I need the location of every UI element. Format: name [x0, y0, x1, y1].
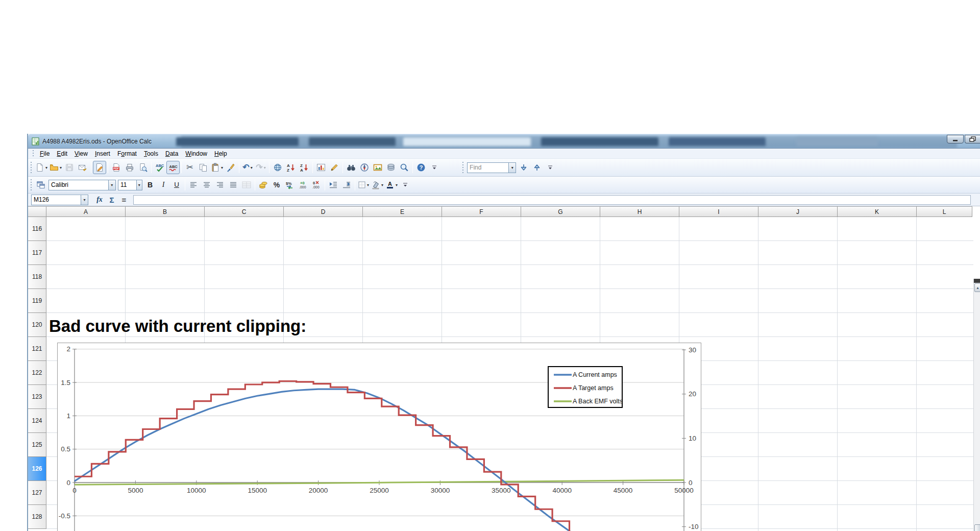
show-draw-functions-button[interactable] — [328, 161, 341, 174]
scrollbar-thumb[interactable] — [974, 524, 980, 531]
column-header-K[interactable]: K — [838, 206, 917, 217]
number-format-percent-button[interactable]: % — [270, 178, 283, 191]
dropdown-arrow-icon[interactable]: ▾ — [264, 165, 266, 170]
row-header-122[interactable]: 122 — [28, 361, 46, 385]
row-header-127[interactable]: 127 — [28, 481, 46, 505]
vertical-scrollbar[interactable]: ▲ — [973, 279, 980, 531]
dropdown-arrow-icon[interactable]: ▾ — [396, 183, 398, 187]
dropdown-arrow-icon[interactable]: ▾ — [367, 183, 369, 187]
toolbar-overflow-button[interactable] — [428, 161, 441, 174]
menu-tools[interactable]: Tools — [140, 149, 162, 158]
restore-button[interactable] — [965, 135, 980, 143]
find-input[interactable]: ▾ — [467, 162, 516, 173]
borders-button[interactable]: ▾ — [357, 178, 370, 191]
menu-edit[interactable]: Edit — [53, 149, 71, 158]
underline-button[interactable]: U — [170, 178, 183, 191]
align-left-button[interactable] — [187, 178, 200, 191]
name-box-dropdown[interactable]: ▾ — [81, 195, 88, 205]
font-name-combo[interactable]: ▾ — [48, 180, 116, 190]
dropdown-arrow-icon[interactable]: ▾ — [381, 183, 383, 187]
number-format-currency-button[interactable] — [257, 178, 270, 191]
row-header-123[interactable]: 123 — [28, 385, 46, 409]
column-header-B[interactable]: B — [126, 206, 205, 217]
column-header-H[interactable]: H — [600, 206, 679, 217]
find-overflow-button[interactable] — [544, 161, 557, 174]
bold-button[interactable]: B — [143, 178, 157, 191]
scrollbar-split-box[interactable] — [974, 279, 980, 283]
row-header-120[interactable]: 120 — [28, 313, 46, 337]
edit-file-button[interactable] — [93, 161, 106, 174]
row-header-116[interactable]: 116 — [28, 217, 46, 241]
row-header-117[interactable]: 117 — [28, 241, 46, 265]
font-size-combo[interactable]: ▾ — [118, 180, 142, 190]
print-button[interactable] — [123, 161, 136, 174]
export-pdf-button[interactable]: PDF — [110, 161, 123, 174]
gallery-button[interactable] — [371, 161, 384, 174]
findbar-grip[interactable] — [461, 162, 464, 173]
function-button[interactable]: = — [118, 194, 130, 205]
menu-window[interactable]: Window — [182, 149, 211, 158]
navigator-button[interactable] — [358, 161, 371, 174]
column-header-F[interactable]: F — [442, 206, 521, 217]
dropdown-arrow-icon[interactable]: ▾ — [45, 165, 47, 170]
column-header-A[interactable]: A — [46, 206, 126, 217]
row-header-124[interactable]: 124 — [28, 409, 46, 433]
cell-A117-text[interactable]: Bad curve with current clipping: — [49, 315, 306, 337]
row-header-118[interactable]: 118 — [28, 265, 46, 289]
column-header-L[interactable]: L — [917, 206, 972, 217]
toolbar-overflow-button[interactable] — [399, 178, 412, 191]
column-header-C[interactable]: C — [205, 206, 284, 217]
find-and-replace-button[interactable] — [345, 161, 358, 174]
italic-button[interactable]: I — [157, 178, 170, 191]
formula-input[interactable] — [133, 195, 971, 205]
find-text-field[interactable] — [468, 164, 508, 171]
justified-button[interactable] — [227, 178, 240, 191]
menu-help[interactable]: Help — [211, 149, 231, 158]
minimize-button[interactable] — [947, 135, 964, 143]
column-header-G[interactable]: G — [521, 206, 600, 217]
row-header-126[interactable]: 126 — [28, 457, 46, 481]
dropdown-arrow-icon[interactable]: ▾ — [251, 165, 253, 170]
decrease-indent-button[interactable] — [327, 178, 340, 191]
menu-data[interactable]: Data — [162, 149, 182, 158]
embedded-chart[interactable]: 0500010000150002000025000300003500040000… — [57, 343, 701, 531]
toolbar-grip[interactable] — [30, 162, 32, 173]
row-header-121[interactable]: 121 — [28, 337, 46, 361]
column-header-I[interactable]: I — [679, 206, 758, 217]
insert-chart-button[interactable] — [314, 161, 328, 174]
copy-button[interactable] — [197, 161, 210, 174]
number-format-standard-button[interactable]: $% — [283, 178, 297, 191]
undo-button[interactable]: ↶▾ — [241, 161, 254, 174]
align-right-button[interactable] — [213, 178, 227, 191]
new-document-button[interactable]: ▾ — [34, 161, 48, 174]
column-header-D[interactable]: D — [284, 206, 363, 217]
menubar-grip[interactable] — [32, 150, 34, 157]
email-document-button[interactable] — [76, 161, 89, 174]
menu-format[interactable]: Format — [114, 149, 140, 158]
find-dropdown[interactable]: ▾ — [508, 163, 516, 173]
format-paintbrush-button[interactable] — [224, 161, 237, 174]
sort-ascending-button[interactable]: AZ — [284, 161, 298, 174]
menu-file[interactable]: File — [36, 149, 53, 158]
background-color-button[interactable]: ▾ — [370, 178, 384, 191]
cut-button[interactable]: ✂ — [183, 161, 197, 174]
column-header-J[interactable]: J — [758, 206, 838, 217]
scroll-up-arrow[interactable]: ▲ — [974, 283, 980, 292]
hyperlink-button[interactable] — [271, 161, 284, 174]
menu-insert[interactable]: Insert — [91, 149, 114, 158]
row-header-119[interactable]: 119 — [28, 289, 46, 313]
column-header-E[interactable]: E — [363, 206, 442, 217]
page-preview-button[interactable] — [136, 161, 150, 174]
align-center-button[interactable] — [200, 178, 213, 191]
data-sources-button[interactable] — [384, 161, 398, 174]
dropdown-arrow-icon[interactable]: ▾ — [221, 165, 223, 170]
name-box[interactable]: ▾ — [31, 195, 88, 205]
spellcheck-button[interactable]: ABC — [153, 161, 166, 174]
help-button[interactable]: ? — [414, 161, 428, 174]
toolbar-grip[interactable] — [30, 179, 32, 190]
menu-view[interactable]: View — [71, 149, 91, 158]
title-bar[interactable]: A4988 A4982Eris.ods - OpenOffice Calc — [28, 134, 980, 149]
row-header-128[interactable]: 128 — [28, 505, 46, 529]
select-all-corner[interactable] — [28, 206, 46, 217]
row-header-125[interactable]: 125 — [28, 433, 46, 457]
